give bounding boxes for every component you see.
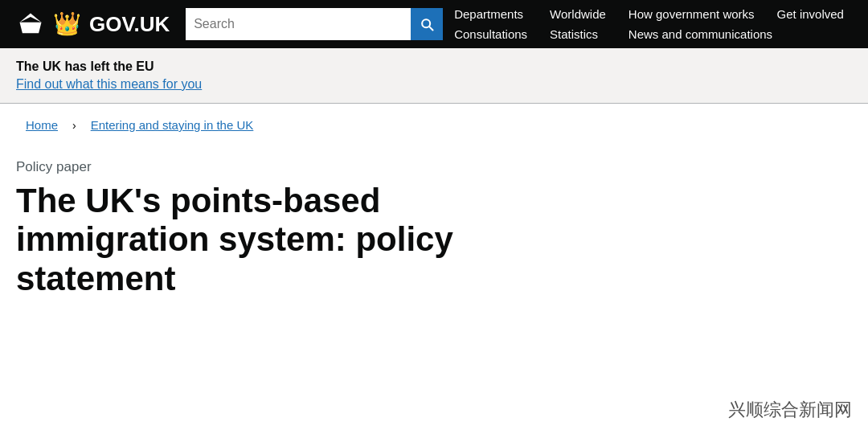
watermark: 兴顺综合新闻网 [728,398,852,422]
search-button[interactable] [411,8,443,40]
search-icon [419,16,435,32]
page-title: The UK's points-based immigration system… [16,182,579,298]
site-title: GOV.UK [89,12,170,37]
breadcrumb-home[interactable]: Home [16,118,68,132]
content-type-label: Policy paper [16,159,852,175]
main-content: Policy paper The UK's points-based immig… [0,140,868,314]
nav-departments[interactable]: Departments [443,4,538,24]
crown-icon [16,10,45,39]
breadcrumb-entering-staying[interactable]: Entering and staying in the UK [81,118,264,132]
search-input[interactable] [186,8,411,40]
breadcrumb-separator: › [72,119,76,132]
nav-how-government-works[interactable]: How government works [617,4,766,24]
site-logo[interactable]: 👑 GOV.UK [16,10,170,39]
search-form [186,0,443,48]
nav-consultations[interactable]: Consultations [443,24,538,44]
eu-banner-title: The UK has left the EU [16,59,852,74]
breadcrumb: Home › Entering and staying in the UK [0,104,868,140]
main-nav: Departments Worldwide How government wor… [443,4,855,44]
crown-unicode-icon: 👑 [53,13,81,35]
nav-statistics[interactable]: Statistics [538,24,617,44]
nav-get-involved[interactable]: Get involved [766,4,855,24]
eu-banner-link[interactable]: Find out what this means for you [16,77,202,91]
nav-news-and-communications[interactable]: News and communications [617,24,855,44]
eu-banner: The UK has left the EU Find out what thi… [0,48,868,104]
nav-worldwide[interactable]: Worldwide [538,4,617,24]
